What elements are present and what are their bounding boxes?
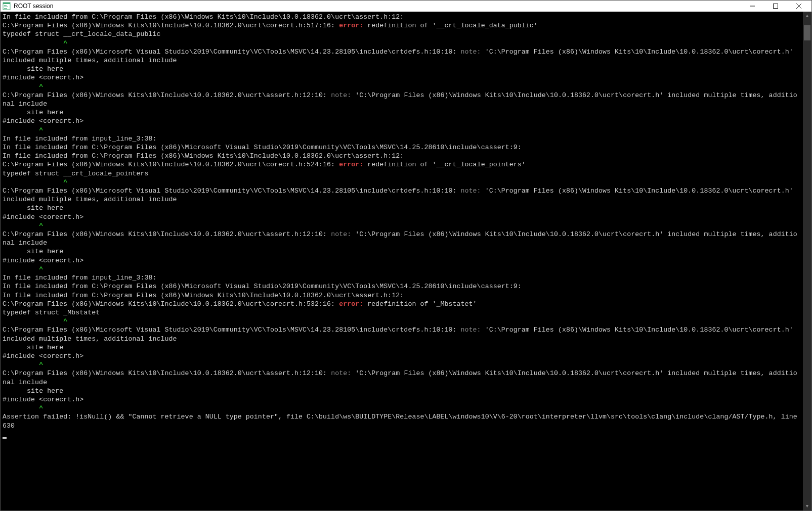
terminal-line: #include <corecrt.h> — [3, 395, 801, 404]
svg-rect-1 — [3, 3, 10, 4]
window-controls — [741, 1, 810, 12]
maximize-button[interactable] — [764, 1, 787, 12]
scroll-down-arrow[interactable]: ▼ — [803, 502, 811, 510]
terminal-line: C:\Program Files (x86)\Microsoft Visual … — [3, 187, 801, 204]
svg-rect-2 — [4, 5, 7, 6]
terminal-line: ^ — [3, 82, 801, 91]
terminal-line: In file included from C:\Program Files (… — [3, 291, 801, 300]
svg-rect-4 — [4, 8, 7, 9]
terminal-line: ^ — [3, 39, 801, 48]
terminal-line: ^ — [3, 221, 801, 230]
terminal-line: C:\Program Files (x86)\Windows Kits\10\I… — [3, 91, 801, 108]
terminal-line: C:\Program Files (x86)\Microsoft Visual … — [3, 326, 801, 343]
scroll-thumb[interactable] — [804, 25, 810, 40]
terminal-line: In file included from C:\Program Files (… — [3, 152, 801, 160]
titlebar[interactable]: ROOT session — [1, 1, 811, 12]
scroll-track[interactable] — [803, 20, 811, 502]
close-button[interactable] — [787, 1, 810, 12]
terminal-line: typedef struct _Mbstatet — [3, 308, 801, 317]
terminal-line: #include <corecrt.h> — [3, 352, 801, 360]
terminal-line: In file included from C:\Program Files (… — [3, 143, 801, 152]
terminal-line: site here — [3, 65, 801, 73]
terminal-line: #include <corecrt.h> — [3, 256, 801, 265]
terminal-line: In file included from input_line_3:38: — [3, 134, 801, 143]
terminal-line: ^ — [3, 265, 801, 273]
terminal-line: ^ — [3, 126, 801, 134]
vertical-scrollbar[interactable]: ▲ ▼ — [803, 12, 811, 510]
terminal-line: C:\Program Files (x86)\Windows Kits\10\I… — [3, 160, 801, 169]
app-icon — [3, 2, 11, 10]
terminal-line: site here — [3, 387, 801, 395]
terminal-output[interactable]: In file included from C:\Program Files (… — [1, 12, 803, 510]
terminal-cursor-line — [3, 430, 801, 439]
terminal-line: site here — [3, 204, 801, 212]
window-title: ROOT session — [14, 3, 741, 10]
terminal-line: In file included from C:\Program Files (… — [3, 282, 801, 291]
terminal-line: ^ — [3, 360, 801, 369]
terminal-line: C:\Program Files (x86)\Windows Kits\10\I… — [3, 230, 801, 247]
terminal-line: #include <corecrt.h> — [3, 73, 801, 82]
terminal-line: site here — [3, 343, 801, 352]
terminal-line: #include <corecrt.h> — [3, 213, 801, 221]
terminal-line: Assertion failed: !isNull() && "Cannot r… — [3, 412, 801, 430]
svg-rect-3 — [4, 7, 8, 7]
terminal-line: In file included from input_line_3:38: — [3, 273, 801, 282]
terminal-line: C:\Program Files (x86)\Microsoft Visual … — [3, 48, 801, 65]
terminal-line: ^ — [3, 317, 801, 326]
terminal-line: typedef struct __crt_locale_pointers — [3, 169, 801, 178]
minimize-button[interactable] — [741, 1, 764, 12]
terminal-line: C:\Program Files (x86)\Windows Kits\10\I… — [3, 369, 801, 386]
terminal-line: #include <corecrt.h> — [3, 117, 801, 125]
cursor — [3, 437, 7, 439]
app-window: ROOT session In file included from C:\Pr… — [0, 0, 812, 511]
terminal-line: site here — [3, 247, 801, 256]
terminal-line: C:\Program Files (x86)\Windows Kits\10\I… — [3, 21, 801, 30]
svg-rect-6 — [774, 4, 778, 9]
terminal-line: ^ — [3, 404, 801, 412]
terminal-line: typedef struct __crt_locale_data_public — [3, 30, 801, 38]
scroll-up-arrow[interactable]: ▲ — [803, 12, 811, 20]
terminal-line: In file included from C:\Program Files (… — [3, 13, 801, 21]
terminal-line: site here — [3, 108, 801, 117]
terminal-line: ^ — [3, 178, 801, 187]
terminal-line: C:\Program Files (x86)\Windows Kits\10\I… — [3, 300, 801, 308]
terminal-container: In file included from C:\Program Files (… — [1, 12, 811, 510]
